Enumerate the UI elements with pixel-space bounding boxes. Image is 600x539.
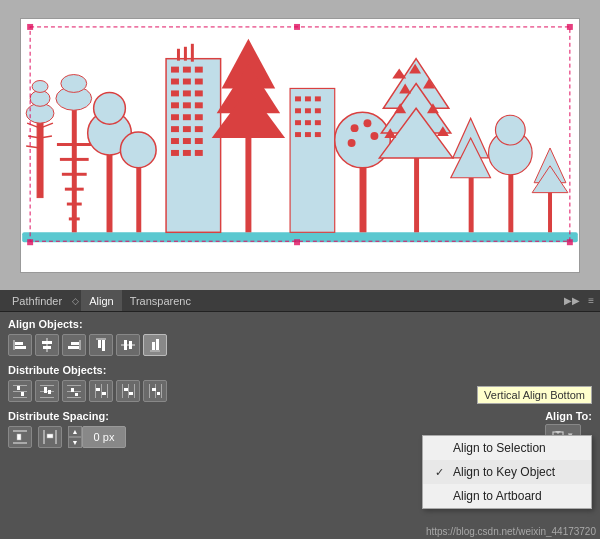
tab-align[interactable]: Align <box>81 290 121 311</box>
svg-rect-142 <box>122 384 123 398</box>
svg-rect-64 <box>295 120 301 125</box>
svg-rect-87 <box>469 177 474 232</box>
horizontal-align-center-button[interactable] <box>35 334 59 356</box>
svg-rect-115 <box>102 340 105 351</box>
svg-rect-137 <box>95 384 96 398</box>
dropdown-menu: Align to Selection ✓ Align to Key Object… <box>422 435 592 509</box>
svg-rect-134 <box>67 397 81 398</box>
svg-rect-156 <box>55 430 57 444</box>
svg-rect-2 <box>37 118 43 197</box>
svg-rect-105 <box>15 342 23 345</box>
horizontal-align-right-button[interactable] <box>62 334 86 356</box>
svg-rect-32 <box>171 90 179 96</box>
svg-rect-49 <box>195 149 203 155</box>
horizontal-distribute-center-button[interactable] <box>116 380 140 402</box>
vertical-align-bottom-button[interactable] <box>143 334 167 356</box>
menu-item-align-to-key-object[interactable]: ✓ Align to Key Object <box>423 460 591 484</box>
svg-point-72 <box>351 124 359 132</box>
svg-rect-131 <box>48 390 51 394</box>
check-align-to-key-object: ✓ <box>435 466 447 479</box>
svg-rect-125 <box>17 386 20 390</box>
panel-menu-icon[interactable]: ≡ <box>586 295 596 306</box>
horizontal-distribute-right-button[interactable] <box>143 380 167 402</box>
svg-point-71 <box>335 112 391 168</box>
panel-area: Pathfinder ◇ Align Transparenc ▶▶ ≡ Alig… <box>0 290 600 539</box>
svg-rect-51 <box>177 48 180 60</box>
svg-rect-70 <box>360 157 367 231</box>
svg-rect-62 <box>305 108 311 113</box>
svg-rect-13 <box>60 157 89 160</box>
svg-point-24 <box>120 132 156 168</box>
svg-rect-16 <box>67 202 82 205</box>
px-stepper-wrap: ▲ ▼ <box>68 426 126 448</box>
svg-rect-116 <box>121 344 135 346</box>
artwork-svg <box>21 19 579 272</box>
horizontal-align-left-button[interactable] <box>8 334 32 356</box>
svg-rect-146 <box>129 392 133 395</box>
svg-rect-121 <box>156 339 159 350</box>
svg-rect-151 <box>157 392 160 395</box>
horizontal-distribute-spacing-button[interactable] <box>38 426 62 448</box>
px-value-input[interactable] <box>82 426 126 448</box>
svg-rect-140 <box>96 388 100 391</box>
svg-rect-138 <box>101 384 102 398</box>
tab-transparency[interactable]: Transparenc <box>122 290 199 311</box>
svg-rect-68 <box>305 132 311 137</box>
tab-separator-arrow: ◇ <box>72 296 79 306</box>
svg-rect-113 <box>96 338 106 340</box>
svg-rect-46 <box>195 138 203 144</box>
svg-rect-122 <box>13 385 27 386</box>
svg-rect-104 <box>13 340 15 350</box>
svg-rect-101 <box>294 239 300 245</box>
svg-rect-112 <box>68 346 79 349</box>
align-objects-label: Align Objects: <box>8 318 592 330</box>
svg-rect-144 <box>134 384 135 398</box>
svg-point-19 <box>61 74 87 92</box>
svg-rect-43 <box>195 126 203 132</box>
svg-rect-15 <box>65 187 84 190</box>
svg-rect-126 <box>21 392 24 396</box>
svg-rect-58 <box>295 96 301 101</box>
vertical-distribute-bottom-button[interactable] <box>62 380 86 402</box>
svg-rect-44 <box>171 138 179 144</box>
svg-rect-135 <box>71 388 74 392</box>
svg-rect-14 <box>62 172 87 175</box>
svg-rect-154 <box>17 434 21 440</box>
svg-rect-27 <box>183 66 191 72</box>
svg-rect-94 <box>548 187 552 232</box>
vertical-distribute-spacing-button[interactable] <box>8 426 32 448</box>
artwork-container <box>20 18 580 273</box>
svg-rect-47 <box>171 149 179 155</box>
svg-rect-63 <box>315 108 321 113</box>
svg-rect-155 <box>43 430 45 444</box>
svg-rect-152 <box>13 430 27 432</box>
svg-rect-145 <box>124 388 128 391</box>
vertical-distribute-top-button[interactable] <box>8 380 32 402</box>
svg-rect-129 <box>40 397 54 398</box>
svg-rect-143 <box>128 384 129 398</box>
panels-expand-icon[interactable]: ▶▶ <box>562 295 582 306</box>
svg-rect-65 <box>305 120 311 125</box>
svg-rect-37 <box>195 102 203 108</box>
vertical-align-center-button[interactable] <box>116 334 140 356</box>
horizontal-distribute-left-button[interactable] <box>89 380 113 402</box>
px-increment-button[interactable]: ▲ <box>68 426 82 437</box>
svg-rect-60 <box>315 96 321 101</box>
menu-item-align-to-selection[interactable]: Align to Selection <box>423 436 591 460</box>
svg-rect-59 <box>305 96 311 101</box>
svg-point-74 <box>370 132 378 140</box>
svg-rect-45 <box>183 138 191 144</box>
svg-rect-67 <box>295 132 301 137</box>
svg-rect-25 <box>166 58 221 232</box>
check-align-to-selection <box>435 442 447 454</box>
vertical-distribute-center-button[interactable] <box>35 380 59 402</box>
px-decrement-button[interactable]: ▼ <box>68 437 82 448</box>
menu-item-align-to-artboard[interactable]: Align to Artboard <box>423 484 591 508</box>
svg-rect-35 <box>171 102 179 108</box>
tab-pathfinder[interactable]: Pathfinder <box>4 290 70 311</box>
vertical-align-top-button[interactable] <box>89 334 113 356</box>
svg-rect-36 <box>183 102 191 108</box>
svg-rect-52 <box>184 46 187 60</box>
px-stepper: ▲ ▼ <box>68 426 82 448</box>
svg-rect-38 <box>171 114 179 120</box>
